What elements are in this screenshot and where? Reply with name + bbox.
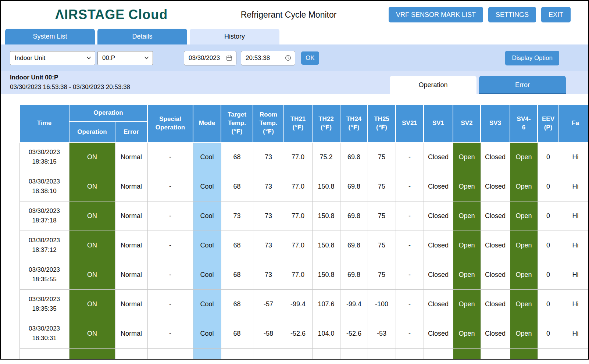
cell-sv4-6: Open <box>510 289 538 319</box>
table-row: 03/30/2023 18:35:35ONNormal-Cool68-57-99… <box>19 289 588 319</box>
chevron-down-icon <box>86 56 91 60</box>
cell-th22: 150.8 <box>312 172 340 201</box>
col-header-operation-group: Operation <box>69 104 147 122</box>
cell-room-temp: -58 <box>253 319 284 348</box>
cell-th21: 77.0 <box>284 231 312 260</box>
calendar-icon[interactable] <box>226 55 232 61</box>
cell-sv4-6: Open <box>510 319 538 348</box>
cell-target-temp: 68 <box>221 142 253 172</box>
cell-th21: -52.6 <box>284 319 312 348</box>
cell-error: Normal <box>115 289 147 319</box>
cell-room-temp: 73 <box>253 231 284 260</box>
cell-th25: 75 <box>368 142 396 172</box>
cell-sv2: Open <box>453 231 481 260</box>
col-header-fan: Fa <box>559 104 588 142</box>
cell-th24: 69.8 <box>340 142 368 172</box>
col-header-operation: Operation <box>69 122 115 142</box>
table-row: 03/30/2023 18:35:55ONNormal-Cool687377.0… <box>19 260 588 289</box>
col-header-sv21: SV21 <box>396 104 424 142</box>
history-toolbar: Indoor Unit 00:P 03/30/2023 20:53:38 OK … <box>1 44 588 71</box>
cell-time: 03/30/2023 18:35:55 <box>19 260 69 289</box>
cell-sv3: Closed <box>481 289 510 319</box>
subtab-operation[interactable]: Operation <box>390 76 476 94</box>
cell-error: Normal <box>115 142 147 172</box>
cell-operation: ON <box>69 348 115 359</box>
cell-sv3: Closed <box>481 319 510 348</box>
cell-target-temp: 73 <box>221 201 253 231</box>
col-header-eev: EEV (P) <box>538 104 559 142</box>
cell-fan: Hi <box>559 142 588 172</box>
cell-th25: 75 <box>368 231 396 260</box>
cell-th21: 77.0 <box>284 201 312 231</box>
ok-button[interactable]: OK <box>301 51 319 65</box>
cell-operation: ON <box>69 201 115 231</box>
cell-sv3: Closed <box>481 260 510 289</box>
col-header-target-temp: Target Temp. (℉) <box>221 104 253 142</box>
cell-sv3: Closed <box>481 231 510 260</box>
cell-sv4-6: Open <box>510 201 538 231</box>
cell-target-temp: 68 <box>221 260 253 289</box>
cell-target-temp: 68 <box>221 319 253 348</box>
cell-mode: Cool <box>193 319 221 348</box>
page-title: Refrigerant Cycle Monitor <box>241 10 337 20</box>
cell-sv4-6: Open <box>510 172 538 201</box>
clock-icon[interactable] <box>285 55 291 61</box>
col-header-time: Time <box>19 104 69 142</box>
cell-fan: Hi <box>559 231 588 260</box>
display-option-button[interactable]: Display Option <box>505 51 559 65</box>
cell-sv3 <box>481 348 510 359</box>
cell-time: 03/30/2023 18:38:15 <box>19 142 69 172</box>
history-table-body: 03/30/2023 18:38:15ONNormal-Cool687377.0… <box>19 142 588 359</box>
tab-system-list[interactable]: System List <box>5 29 95 44</box>
cell-special-operation <box>147 348 193 359</box>
cell-th21 <box>284 348 312 359</box>
cell-time: 03/30/2023 18:37:12 <box>19 231 69 260</box>
cell-operation: ON <box>69 172 115 201</box>
cell-th25: 75 <box>368 201 396 231</box>
cell-error: Normal <box>115 172 147 201</box>
time-input[interactable]: 20:53:38 <box>241 51 295 65</box>
col-header-th24: TH24 (℉) <box>340 104 368 142</box>
table-row: 03/30/2023 18:30:31ONNormal-Cool68-58-52… <box>19 319 588 348</box>
cell-target-temp: 68 <box>221 289 253 319</box>
tab-history[interactable]: History <box>190 29 279 44</box>
cell-mode: Cool <box>193 201 221 231</box>
cell-eev: 0 <box>538 201 559 231</box>
unit-type-select[interactable]: Indoor Unit <box>10 51 95 65</box>
cell-sv2: Open <box>453 172 481 201</box>
col-header-mode: Mode <box>193 104 221 142</box>
cell-operation: ON <box>69 260 115 289</box>
vrf-sensor-mark-list-button[interactable]: VRF SENSOR MARK LIST <box>389 7 483 22</box>
cell-operation: ON <box>69 231 115 260</box>
cell-sv2: Open <box>453 319 481 348</box>
cell-eev: 0 <box>538 260 559 289</box>
tab-details[interactable]: Details <box>97 29 187 44</box>
cell-target-temp: 68 <box>221 231 253 260</box>
unit-address-value: 00:P <box>102 54 115 62</box>
cell-error: Normal <box>115 260 147 289</box>
unit-type-value: Indoor Unit <box>15 54 45 62</box>
exit-button[interactable]: EXIT <box>541 7 571 22</box>
unit-address-select[interactable]: 00:P <box>97 51 153 65</box>
cell-error <box>115 348 147 359</box>
history-table: Time Operation Special Operation Mode Ta… <box>19 104 588 359</box>
cell-sv1: Closed <box>424 260 453 289</box>
cell-sv21: - <box>396 142 424 172</box>
col-header-th22: TH22 (℉) <box>312 104 340 142</box>
cell-th22: 107.6 <box>312 289 340 319</box>
settings-button[interactable]: SETTINGS <box>488 7 536 22</box>
cell-eev: 0 <box>538 319 559 348</box>
col-header-th21: TH21 (℉) <box>284 104 312 142</box>
cell-sv21: - <box>396 319 424 348</box>
subtab-error[interactable]: Error <box>479 76 566 94</box>
cell-fan: Hi <box>559 319 588 348</box>
cell-th24: 69.8 <box>340 260 368 289</box>
cell-fan <box>559 348 588 359</box>
cell-sv4-6: Open <box>510 260 538 289</box>
date-input[interactable]: 03/30/2023 <box>184 51 236 65</box>
cell-mode: Cool <box>193 348 221 359</box>
cell-sv21: - <box>396 201 424 231</box>
cell-th24 <box>340 348 368 359</box>
cell-time: 03/30/2023 18:37:18 <box>19 201 69 231</box>
cell-special-operation: - <box>147 231 193 260</box>
